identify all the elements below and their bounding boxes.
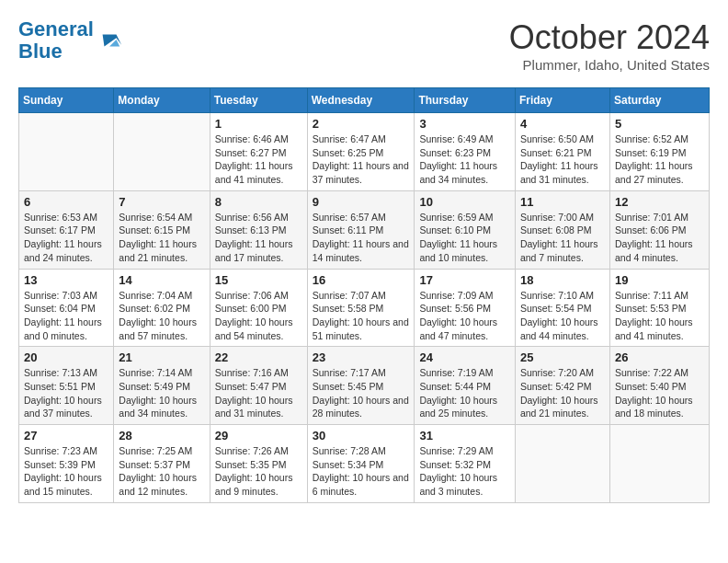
day-info: Sunrise: 7:10 AM Sunset: 5:54 PM Dayligh… (520, 289, 605, 343)
day-info: Sunrise: 7:16 AM Sunset: 5:47 PM Dayligh… (215, 366, 302, 420)
day-number: 14 (119, 273, 204, 287)
day-info: Sunrise: 7:03 AM Sunset: 6:04 PM Dayligh… (24, 289, 108, 343)
day-number: 25 (520, 350, 605, 364)
day-cell: 9Sunrise: 6:57 AM Sunset: 6:11 PM Daylig… (307, 190, 415, 269)
header-cell-thursday: Thursday (415, 88, 516, 113)
day-number: 6 (24, 195, 108, 209)
day-cell: 3Sunrise: 6:49 AM Sunset: 6:23 PM Daylig… (415, 113, 516, 191)
day-cell: 7Sunrise: 6:54 AM Sunset: 6:15 PM Daylig… (114, 190, 210, 269)
day-info: Sunrise: 7:00 AM Sunset: 6:08 PM Dayligh… (520, 211, 605, 265)
header-cell-friday: Friday (515, 88, 609, 113)
location-subtitle: Plummer, Idaho, United States (509, 57, 710, 73)
day-cell: 8Sunrise: 6:56 AM Sunset: 6:13 PM Daylig… (210, 190, 307, 269)
day-cell: 14Sunrise: 7:04 AM Sunset: 6:02 PM Dayli… (114, 269, 210, 347)
day-cell: 29Sunrise: 7:26 AM Sunset: 5:35 PM Dayli… (210, 425, 307, 503)
day-info: Sunrise: 7:22 AM Sunset: 5:40 PM Dayligh… (615, 366, 704, 420)
day-cell: 21Sunrise: 7:14 AM Sunset: 5:49 PM Dayli… (114, 347, 210, 425)
day-info: Sunrise: 6:46 AM Sunset: 6:27 PM Dayligh… (215, 132, 302, 187)
day-cell: 13Sunrise: 7:03 AM Sunset: 6:04 PM Dayli… (19, 269, 114, 347)
day-number: 27 (24, 429, 108, 442)
header-cell-wednesday: Wednesday (307, 88, 415, 113)
day-number: 13 (24, 273, 108, 287)
day-cell: 6Sunrise: 6:53 AM Sunset: 6:17 PM Daylig… (19, 190, 114, 269)
day-info: Sunrise: 7:06 AM Sunset: 6:00 PM Dayligh… (215, 289, 302, 343)
day-cell: 30Sunrise: 7:28 AM Sunset: 5:34 PM Dayli… (307, 425, 415, 503)
day-number: 29 (215, 429, 302, 442)
day-info: Sunrise: 6:53 AM Sunset: 6:17 PM Dayligh… (24, 211, 108, 265)
day-number: 7 (119, 195, 204, 209)
day-cell: 27Sunrise: 7:23 AM Sunset: 5:39 PM Dayli… (19, 425, 114, 503)
day-number: 16 (313, 273, 410, 287)
header-cell-tuesday: Tuesday (210, 88, 307, 113)
day-number: 4 (520, 117, 605, 131)
day-cell: 16Sunrise: 7:07 AM Sunset: 5:58 PM Dayli… (307, 269, 415, 347)
day-number: 21 (119, 350, 204, 364)
day-number: 8 (215, 195, 302, 209)
week-row-4: 20Sunrise: 7:13 AM Sunset: 5:51 PM Dayli… (19, 347, 710, 425)
day-cell: 18Sunrise: 7:10 AM Sunset: 5:54 PM Dayli… (515, 269, 609, 347)
day-cell (19, 113, 114, 191)
logo: General Blue (18, 18, 123, 63)
day-info: Sunrise: 7:26 AM Sunset: 5:35 PM Dayligh… (215, 444, 302, 499)
day-cell: 17Sunrise: 7:09 AM Sunset: 5:56 PM Dayli… (415, 269, 516, 347)
week-row-5: 27Sunrise: 7:23 AM Sunset: 5:39 PM Dayli… (19, 425, 710, 503)
day-info: Sunrise: 6:59 AM Sunset: 6:10 PM Dayligh… (419, 211, 510, 265)
day-number: 24 (419, 350, 510, 364)
day-info: Sunrise: 6:57 AM Sunset: 6:11 PM Dayligh… (313, 211, 410, 265)
day-info: Sunrise: 7:04 AM Sunset: 6:02 PM Dayligh… (119, 289, 204, 343)
day-number: 1 (215, 117, 302, 131)
day-number: 30 (313, 429, 410, 442)
header-cell-saturday: Saturday (609, 88, 709, 113)
month-title: October 2024 (509, 18, 710, 57)
day-number: 26 (615, 350, 704, 364)
day-info: Sunrise: 7:29 AM Sunset: 5:32 PM Dayligh… (419, 444, 510, 499)
day-info: Sunrise: 7:11 AM Sunset: 5:53 PM Dayligh… (615, 289, 704, 343)
day-info: Sunrise: 7:07 AM Sunset: 5:58 PM Dayligh… (313, 289, 410, 343)
day-number: 23 (313, 350, 410, 364)
day-info: Sunrise: 6:56 AM Sunset: 6:13 PM Dayligh… (215, 211, 302, 265)
day-cell: 2Sunrise: 6:47 AM Sunset: 6:25 PM Daylig… (307, 113, 415, 191)
day-info: Sunrise: 6:52 AM Sunset: 6:19 PM Dayligh… (615, 132, 704, 187)
day-number: 5 (615, 117, 704, 131)
day-info: Sunrise: 7:23 AM Sunset: 5:39 PM Dayligh… (24, 444, 108, 499)
day-cell: 10Sunrise: 6:59 AM Sunset: 6:10 PM Dayli… (415, 190, 516, 269)
day-cell: 4Sunrise: 6:50 AM Sunset: 6:21 PM Daylig… (515, 113, 609, 191)
day-info: Sunrise: 7:28 AM Sunset: 5:34 PM Dayligh… (313, 444, 410, 499)
day-info: Sunrise: 7:19 AM Sunset: 5:44 PM Dayligh… (419, 366, 510, 420)
day-cell: 15Sunrise: 7:06 AM Sunset: 6:00 PM Dayli… (210, 269, 307, 347)
title-block: October 2024 Plummer, Idaho, United Stat… (509, 18, 710, 73)
day-number: 17 (419, 273, 510, 287)
week-row-2: 6Sunrise: 6:53 AM Sunset: 6:17 PM Daylig… (19, 190, 710, 269)
day-cell (515, 425, 609, 503)
day-number: 22 (215, 350, 302, 364)
logo-text: General Blue (18, 18, 94, 63)
day-cell: 5Sunrise: 6:52 AM Sunset: 6:19 PM Daylig… (609, 113, 709, 191)
day-number: 28 (119, 429, 204, 442)
day-number: 11 (520, 195, 605, 209)
day-number: 2 (313, 117, 410, 131)
day-number: 9 (313, 195, 410, 209)
day-cell: 12Sunrise: 7:01 AM Sunset: 6:06 PM Dayli… (609, 190, 709, 269)
day-info: Sunrise: 7:25 AM Sunset: 5:37 PM Dayligh… (119, 444, 204, 499)
day-cell: 24Sunrise: 7:19 AM Sunset: 5:44 PM Dayli… (415, 347, 516, 425)
day-cell: 23Sunrise: 7:17 AM Sunset: 5:45 PM Dayli… (307, 347, 415, 425)
day-cell: 19Sunrise: 7:11 AM Sunset: 5:53 PM Dayli… (609, 269, 709, 347)
day-cell: 20Sunrise: 7:13 AM Sunset: 5:51 PM Dayli… (19, 347, 114, 425)
day-cell (114, 113, 210, 191)
week-row-1: 1Sunrise: 6:46 AM Sunset: 6:27 PM Daylig… (19, 113, 710, 191)
day-cell: 22Sunrise: 7:16 AM Sunset: 5:47 PM Dayli… (210, 347, 307, 425)
day-number: 10 (419, 195, 510, 209)
day-cell: 26Sunrise: 7:22 AM Sunset: 5:40 PM Dayli… (609, 347, 709, 425)
day-cell: 31Sunrise: 7:29 AM Sunset: 5:32 PM Dayli… (415, 425, 516, 503)
day-cell: 1Sunrise: 6:46 AM Sunset: 6:27 PM Daylig… (210, 113, 307, 191)
day-number: 12 (615, 195, 704, 209)
day-number: 19 (615, 273, 704, 287)
logo-icon (97, 28, 123, 53)
day-cell (609, 425, 709, 503)
header-row: SundayMondayTuesdayWednesdayThursdayFrid… (19, 88, 710, 113)
day-info: Sunrise: 7:01 AM Sunset: 6:06 PM Dayligh… (615, 211, 704, 265)
day-info: Sunrise: 7:09 AM Sunset: 5:56 PM Dayligh… (419, 289, 510, 343)
day-info: Sunrise: 6:47 AM Sunset: 6:25 PM Dayligh… (313, 132, 410, 187)
day-info: Sunrise: 7:17 AM Sunset: 5:45 PM Dayligh… (313, 366, 410, 420)
day-info: Sunrise: 7:14 AM Sunset: 5:49 PM Dayligh… (119, 366, 204, 420)
